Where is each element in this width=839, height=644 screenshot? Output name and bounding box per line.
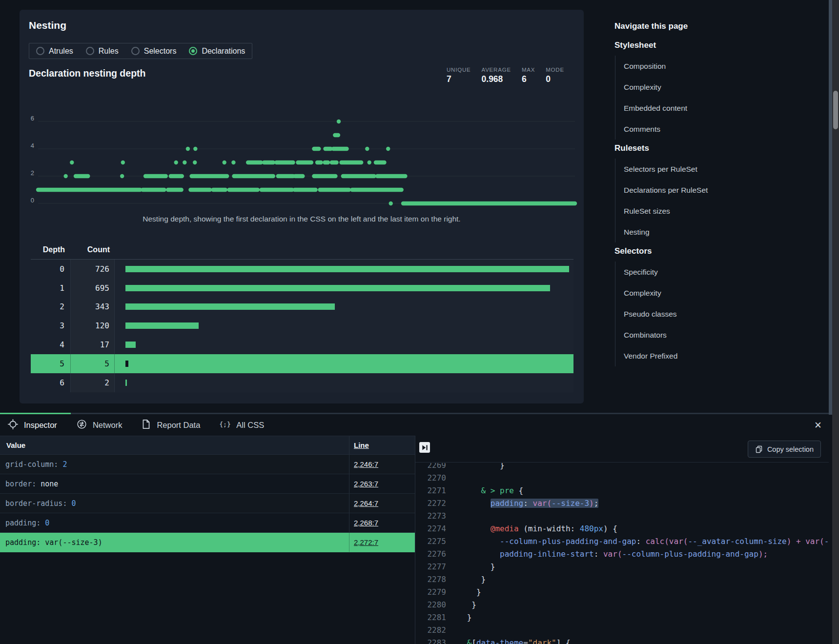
tab-all-css[interactable]: {;}All CSS bbox=[212, 414, 276, 436]
radio-label: Selectors bbox=[144, 47, 177, 56]
column-divider bbox=[349, 533, 349, 552]
tab-network[interactable]: Network bbox=[69, 414, 134, 436]
line-link[interactable]: 2,264:7 bbox=[354, 494, 378, 513]
depth-cell: 5 bbox=[31, 354, 71, 373]
line-link[interactable]: 2,272:7 bbox=[354, 533, 378, 552]
depth-table-row-0[interactable]: 0726 bbox=[31, 260, 573, 279]
copy-selection-label: Copy selection bbox=[767, 445, 814, 453]
count-cell: 17 bbox=[71, 335, 115, 354]
scatter-point-depth-2 bbox=[63, 174, 67, 178]
count-cell: 695 bbox=[71, 279, 115, 298]
depth-table-row-3[interactable]: 3120 bbox=[31, 316, 573, 335]
nesting-section-card: Nesting AtrulesRulesSelectorsDeclaration… bbox=[20, 10, 584, 403]
bar-cell bbox=[115, 373, 573, 392]
depth-table-row-1[interactable]: 1695 bbox=[31, 279, 573, 298]
nav-item-complexity[interactable]: Complexity bbox=[624, 282, 819, 303]
line-number: 2282 bbox=[415, 625, 446, 635]
code-token: var( bbox=[603, 549, 622, 559]
radio-option-declarations[interactable]: Declarations bbox=[189, 47, 245, 56]
line-number: 2271 bbox=[415, 486, 446, 495]
scatter-point-depth-4 bbox=[193, 147, 197, 151]
close-panel-button[interactable]: ✕ bbox=[811, 418, 825, 432]
depth-table-row-5[interactable]: 55 bbox=[31, 354, 573, 373]
braces-icon: {;} bbox=[220, 419, 230, 431]
radio-selected-icon bbox=[189, 47, 197, 55]
page-scrollbar-thumb[interactable] bbox=[833, 91, 838, 129]
y-axis-tick-label: 0 bbox=[31, 197, 34, 204]
stat-average: AVERAGE0.968 bbox=[482, 67, 511, 84]
radio-unselected-icon bbox=[131, 47, 140, 55]
tab-inspector[interactable]: Inspector bbox=[0, 414, 69, 436]
nav-item-composition[interactable]: Composition bbox=[624, 56, 819, 77]
radio-option-atrules[interactable]: Atrules bbox=[36, 47, 73, 56]
stat-value: 6 bbox=[522, 74, 535, 84]
copy-selection-button[interactable]: Copy selection bbox=[748, 441, 821, 458]
bar-cell bbox=[115, 316, 573, 335]
radio-option-selectors[interactable]: Selectors bbox=[131, 47, 177, 56]
count-bar bbox=[125, 361, 128, 367]
stat-unique: UNIQUE7 bbox=[447, 67, 471, 84]
y-axis-tick-label: 4 bbox=[31, 142, 34, 149]
value-table-row[interactable]: padding: 02,268:7 bbox=[0, 513, 415, 533]
code-token: & > pre bbox=[481, 486, 514, 495]
page-scrollbar-track[interactable] bbox=[832, 0, 839, 644]
nav-item-declarations-per-ruleset[interactable]: Declarations per RuleSet bbox=[624, 180, 819, 201]
scatter-point-depth-3 bbox=[121, 161, 125, 164]
nav-item-comments[interactable]: Comments bbox=[624, 119, 819, 140]
code-line: 2283 &[data-theme="dark"] { bbox=[415, 636, 829, 644]
nav-item-pseudo-classes[interactable]: Pseudo classes bbox=[624, 303, 819, 324]
value-table-row[interactable]: border: none2,263:7 bbox=[0, 474, 415, 494]
nav-item-ruleset-sizes[interactable]: RuleSet sizes bbox=[624, 201, 819, 221]
tab-label: Inspector bbox=[24, 421, 57, 430]
app-root: Nesting AtrulesRulesSelectorsDeclaration… bbox=[0, 0, 839, 644]
line-number: 2280 bbox=[415, 600, 446, 609]
count-bar bbox=[125, 380, 127, 386]
nav-item-embedded-content[interactable]: Embedded content bbox=[624, 98, 819, 119]
copy-icon bbox=[755, 445, 763, 453]
code-token bbox=[462, 638, 467, 644]
line-column-header[interactable]: Line bbox=[354, 436, 369, 454]
radio-option-rules[interactable]: Rules bbox=[86, 47, 119, 56]
code-token: ; bbox=[594, 499, 599, 508]
svg-text:{;}: {;} bbox=[220, 420, 230, 427]
scatter-point-depth-4 bbox=[186, 147, 190, 151]
nav-item-combinators[interactable]: Combinators bbox=[624, 324, 819, 345]
line-number: 2277 bbox=[415, 562, 446, 571]
chart-caption: Nesting depth, showing the first declara… bbox=[20, 215, 584, 223]
bar-cell bbox=[115, 298, 573, 317]
line-number: 2269 bbox=[415, 463, 446, 470]
depth-cell: 3 bbox=[31, 316, 71, 335]
code-token: calc( bbox=[646, 537, 669, 546]
value-table-row[interactable]: grid-column: 22,246:7 bbox=[0, 455, 415, 474]
code-token: } bbox=[462, 575, 486, 584]
code-token: data-theme bbox=[476, 638, 523, 644]
depth-table-row-4[interactable]: 417 bbox=[31, 335, 573, 354]
value-table-row[interactable]: padding: var(--size-3)2,272:7 bbox=[0, 533, 415, 552]
radio-label: Rules bbox=[99, 47, 119, 56]
line-link[interactable]: 2,263:7 bbox=[354, 474, 378, 493]
depth-cell: 2 bbox=[31, 298, 71, 317]
jump-to-source-button[interactable] bbox=[419, 442, 430, 453]
tab-label: All CSS bbox=[236, 421, 264, 430]
line-link[interactable]: 2,246:7 bbox=[354, 455, 378, 474]
code-text: } bbox=[462, 600, 476, 609]
depth-table-row-2[interactable]: 2343 bbox=[31, 298, 573, 317]
code-token: { bbox=[514, 486, 523, 495]
line-link[interactable]: 2,268:7 bbox=[354, 513, 378, 532]
tab-label: Report Data bbox=[157, 421, 200, 430]
y-axis-tick-label: 6 bbox=[31, 115, 34, 122]
scatter-point-depth-3 bbox=[174, 161, 178, 164]
nav-item-specificity[interactable]: Specificity bbox=[624, 262, 819, 282]
nav-item-vendor-prefixed[interactable]: Vendor Prefixed bbox=[624, 345, 819, 366]
nav-item-nesting[interactable]: Nesting bbox=[624, 221, 819, 242]
nav-item-selectors-per-ruleset[interactable]: Selectors per RuleSet bbox=[624, 159, 819, 180]
selected-code-highlight: padding: var(--size-3); bbox=[491, 499, 599, 508]
css-source-viewer: 2269 }22702271 & > pre {2272 padding: va… bbox=[415, 463, 829, 644]
depth-table-row-6[interactable]: 62 bbox=[31, 373, 573, 392]
nav-item-complexity[interactable]: Complexity bbox=[624, 77, 819, 98]
count-column-header: Count bbox=[71, 241, 115, 259]
value-table-row[interactable]: border-radius: 02,264:7 bbox=[0, 494, 415, 513]
tab-report-data[interactable]: Report Data bbox=[134, 414, 212, 436]
code-token bbox=[462, 524, 491, 533]
radio-unselected-icon bbox=[36, 47, 44, 55]
